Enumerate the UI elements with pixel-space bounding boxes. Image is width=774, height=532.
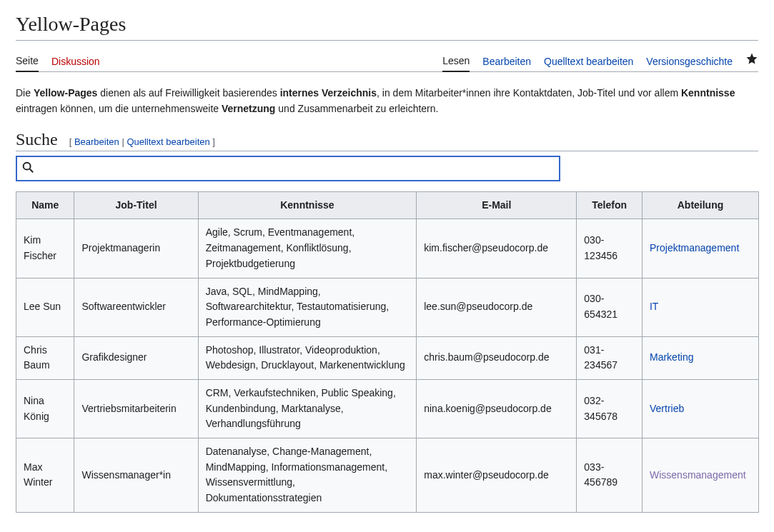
td-email: max.winter@pseudocorp.de (417, 438, 577, 513)
td-dept: Vertrieb (642, 379, 758, 438)
td-skills: Agile, Scrum, Eventmanagement, Zeitmanag… (198, 219, 417, 278)
th-dept: Abteilung (642, 191, 758, 219)
dept-link[interactable]: Wissensmanagement (650, 469, 746, 481)
intro-paragraph: Die Yellow-Pages dienen als auf Freiwill… (16, 85, 758, 117)
dept-link[interactable]: Projektmanagement (650, 242, 739, 254)
th-job: Job-Titel (74, 191, 198, 219)
td-name: Kim Fischer (16, 219, 74, 278)
tab-bearbeiten[interactable]: Bearbeiten (482, 51, 531, 71)
tab-quelltext-bearbeiten[interactable]: Quelltext bearbeiten (544, 51, 633, 71)
search-icon (21, 161, 34, 176)
tab-bar: SeiteDiskussion LesenBearbeitenQuelltext… (16, 48, 758, 72)
edit-source-link[interactable]: Quelltext bearbeiten (126, 136, 209, 147)
td-email: nina.koenig@pseudocorp.de (417, 379, 577, 438)
edit-link[interactable]: Bearbeiten (74, 136, 119, 147)
td-skills: Photoshop, Illustrator, Videoproduktion,… (198, 336, 417, 379)
section-title: Suche (16, 130, 58, 149)
intro-text: eintragen können, um die unternehmenswei… (16, 103, 222, 114)
td-job: Wissensmanager*in (74, 438, 198, 513)
td-dept: Wissensmanagement (642, 438, 758, 513)
intro-bold: Yellow-Pages (34, 87, 97, 99)
dept-link[interactable]: Marketing (650, 351, 693, 363)
employee-table: Name Job-Titel Kenntnisse E-Mail Telefon… (16, 191, 759, 513)
td-job: Vertriebsmitarbeiterin (74, 379, 198, 438)
td-dept: IT (642, 278, 758, 336)
search-input[interactable] (34, 162, 555, 175)
tab-versionsgeschichte[interactable]: Versionsgeschichte (646, 51, 733, 71)
separator: | (119, 136, 127, 147)
intro-bold: internes Verzeichnis (280, 87, 377, 99)
bracket-close: ] (210, 136, 215, 147)
section-search-heading: Suche [ Bearbeiten | Quelltext bearbeite… (16, 130, 758, 151)
td-name: Chris Baum (16, 336, 74, 379)
dept-link[interactable]: IT (650, 301, 658, 312)
tabs-left: SeiteDiskussion (16, 51, 100, 71)
tabs-right: LesenBearbeitenQuelltext bearbeitenVersi… (442, 48, 758, 71)
search-box[interactable] (16, 156, 560, 181)
th-phone: Telefon (577, 191, 642, 219)
table-row: Chris BaumGrafikdesignerPhotoshop, Illus… (16, 336, 759, 379)
tab-lesen[interactable]: Lesen (442, 51, 470, 72)
td-name: Lee Sun (16, 278, 74, 336)
td-dept: Projektmanagement (642, 219, 758, 278)
td-job: Softwareentwickler (74, 278, 198, 336)
td-phone: 030-123456 (577, 219, 642, 278)
td-phone: 031-234567 (577, 336, 642, 379)
td-phone: 032-345678 (577, 379, 642, 438)
td-name: Max Winter (16, 438, 74, 513)
section-edit-links: [ Bearbeiten | Quelltext bearbeiten ] (69, 136, 215, 147)
bracket-open: [ (69, 136, 74, 147)
td-phone: 030-654321 (577, 278, 642, 336)
td-job: Grafikdesigner (74, 336, 198, 379)
svg-line-1 (30, 169, 34, 173)
intro-text: und Zusammenarbeit zu erleichtern. (275, 103, 438, 114)
td-email: lee.sun@pseudocorp.de (417, 278, 577, 336)
svg-point-0 (24, 163, 31, 170)
th-skills: Kenntnisse (198, 191, 417, 219)
td-job: Projektmanagerin (74, 219, 198, 278)
td-skills: Datenanalyse, Change-Management, MindMap… (198, 438, 417, 513)
intro-text: , in dem Mitarbeiter*innen ihre Kontaktd… (377, 87, 681, 99)
table-row: Nina KönigVertriebsmitarbeiterinCRM, Ver… (16, 379, 759, 438)
table-row: Kim FischerProjektmanagerinAgile, Scrum,… (16, 219, 759, 278)
intro-text: Die (16, 87, 34, 99)
intro-bold: Vernetzung (222, 103, 275, 114)
intro-bold: Kenntnisse (681, 87, 735, 99)
page-title: Yellow-Pages (16, 13, 758, 41)
tab-diskussion[interactable]: Diskussion (51, 51, 100, 71)
dept-link[interactable]: Vertrieb (650, 403, 684, 414)
td-email: chris.baum@pseudocorp.de (417, 336, 577, 379)
table-row: Lee SunSoftwareentwicklerJava, SQL, Mind… (16, 278, 759, 336)
watchlist-star-icon[interactable] (745, 48, 758, 71)
table-header-row: Name Job-Titel Kenntnisse E-Mail Telefon… (16, 191, 759, 219)
td-dept: Marketing (642, 336, 758, 379)
td-name: Nina König (16, 379, 74, 438)
th-email: E-Mail (417, 191, 577, 219)
table-row: Max WinterWissensmanager*inDatenanalyse,… (16, 438, 759, 513)
td-email: kim.fischer@pseudocorp.de (417, 219, 577, 278)
intro-text: dienen als auf Freiwilligkeit basierende… (97, 87, 279, 99)
th-name: Name (16, 191, 74, 219)
table-body: Kim FischerProjektmanagerinAgile, Scrum,… (16, 219, 759, 512)
td-phone: 033-456789 (577, 438, 642, 513)
td-skills: Java, SQL, MindMapping, Softwarearchitek… (198, 278, 417, 336)
td-skills: CRM, Verkaufstechniken, Public Speaking,… (198, 379, 417, 438)
tab-seite[interactable]: Seite (16, 51, 39, 72)
